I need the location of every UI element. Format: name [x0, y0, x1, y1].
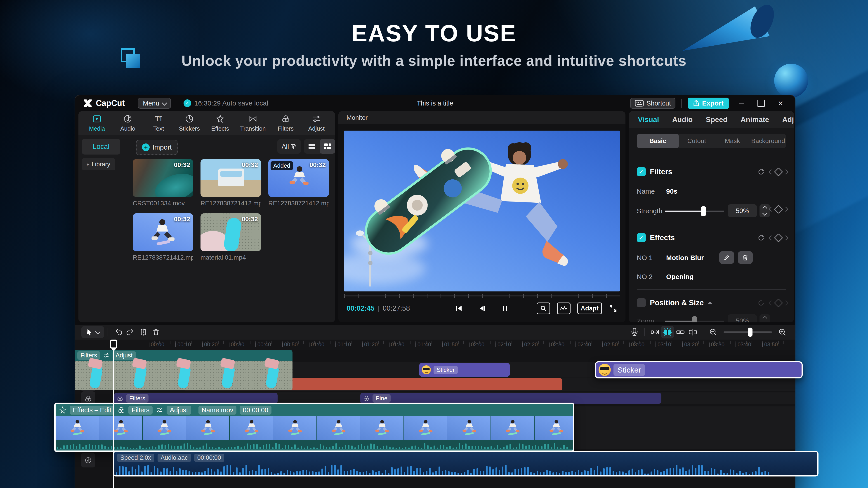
effects-edit-badge[interactable]: Effects – Edit [70, 406, 114, 415]
link-button[interactable] [674, 326, 686, 338]
tab-speed[interactable]: Speed [706, 116, 727, 124]
shortcut-button[interactable]: Shortcut [630, 98, 675, 109]
strength-slider[interactable] [665, 210, 724, 212]
audio-clip[interactable]: Speed 2.0x Audio.aac 00:00:00 [113, 451, 818, 477]
redo-button[interactable] [124, 326, 137, 338]
effect-row-no: NO 1 [637, 254, 653, 262]
menu-label: Menu [143, 100, 159, 107]
zoom-prop-value[interactable]: 50% [728, 314, 757, 322]
minimize-button[interactable]: – [735, 98, 748, 109]
filter-all-button[interactable]: All [277, 139, 301, 154]
segment-cutout[interactable]: Cutout [679, 137, 715, 144]
media-item[interactable]: 00:32 RE127838721412.mp4 [200, 159, 261, 207]
ruler-label: 01:10 [336, 341, 351, 348]
step-up-icon[interactable] [762, 206, 767, 210]
playhead-line[interactable] [113, 342, 114, 488]
zoom-in-button[interactable] [776, 326, 789, 338]
zoom-prop-slider[interactable] [665, 321, 724, 322]
tab-filters[interactable]: Filters [275, 114, 297, 132]
filters-clip[interactable]: Filters [114, 393, 278, 404]
record-voiceover-button[interactable] [628, 326, 641, 338]
media-item[interactable]: Added 00:32 RE127838721412.mp4 [268, 159, 329, 207]
split-button[interactable] [137, 326, 150, 338]
maximize-button[interactable] [754, 98, 768, 109]
adjust-icon [103, 352, 110, 359]
menu-button[interactable]: Menu [138, 98, 171, 109]
scopes-button[interactable] [557, 302, 570, 314]
slider-thumb[interactable] [701, 206, 706, 216]
import-button[interactable]: + Import [136, 140, 178, 155]
media-item[interactable]: 00:32 material 01.mp4 [200, 213, 261, 261]
keyframe-control[interactable] [770, 206, 787, 213]
tab-audio[interactable]: Audio [117, 114, 138, 132]
tab-effects[interactable]: Effects [209, 114, 231, 132]
keyframe-next-icon[interactable] [783, 169, 788, 175]
pause-button[interactable] [501, 304, 509, 313]
adapt-button[interactable]: Adapt [577, 302, 602, 314]
reset-icon[interactable] [757, 234, 765, 242]
step-down-icon[interactable] [762, 211, 767, 216]
timeline-ruler[interactable]: 00:0000:1000:2000:3000:4000:5001:0001:10… [75, 339, 795, 350]
strength-value[interactable]: 50% [728, 204, 757, 217]
segment-background[interactable]: Background [750, 137, 786, 144]
position-checkbox[interactable] [637, 298, 646, 307]
tab-media[interactable]: Media [86, 114, 108, 132]
delete-effect-button[interactable] [738, 251, 753, 264]
video-clip-track[interactable]: Filters Adjust [75, 350, 292, 390]
edit-effect-button[interactable] [719, 251, 734, 264]
split-adjust-button[interactable] [686, 326, 699, 338]
skip-start-button[interactable] [455, 304, 463, 313]
tab-stickers[interactable]: Stickers [179, 114, 200, 132]
playhead-handle[interactable] [110, 339, 117, 350]
magnetic-snap-button[interactable] [649, 326, 661, 338]
preview-axis-button[interactable] [661, 326, 674, 338]
slider-thumb[interactable] [748, 328, 752, 337]
tab-adjust[interactable]: Adjust [306, 114, 327, 132]
timeline-zoom-slider[interactable] [723, 331, 772, 333]
effects-checkbox[interactable]: ✓ [637, 233, 646, 242]
tab-audio-insp[interactable]: Audio [672, 116, 693, 124]
filters-badge[interactable]: Filters [128, 406, 153, 415]
select-tool-button[interactable] [81, 326, 104, 338]
previous-frame-button[interactable] [478, 304, 486, 313]
source-tab-local[interactable]: Local [82, 139, 120, 155]
filters-checkbox[interactable]: ✓ [637, 167, 646, 176]
segment-mask[interactable]: Mask [715, 137, 750, 144]
keyframe-control[interactable] [770, 235, 787, 241]
list-view-button[interactable] [304, 139, 320, 154]
video-frame-thumbnail [230, 416, 273, 440]
sticker-clip[interactable]: Sticker [419, 363, 510, 377]
media-item[interactable]: 00:32 RE127838721412.mp4 [133, 213, 193, 261]
zoom-out-button[interactable] [707, 326, 719, 338]
zoom-prop-stepper[interactable] [760, 314, 770, 322]
selected-video-clip[interactable]: Effects – Edit Filters Adjust Name.mov 0… [54, 402, 574, 452]
tab-visual[interactable]: Visual [638, 116, 659, 124]
media-filename: RE127838721412.mp4 [268, 200, 329, 207]
keyframe-diamond-icon[interactable] [774, 167, 783, 176]
undo-button[interactable] [112, 326, 124, 338]
seek-bar[interactable] [344, 295, 620, 296]
sticker-clip-zoomed[interactable]: Sticker [595, 361, 803, 379]
source-tab-library[interactable]: ▸ Library [82, 158, 115, 170]
tab-text[interactable]: TI Text [148, 114, 169, 132]
grid-view-button[interactable] [320, 139, 335, 154]
media-item[interactable]: 00:32 CRST001334.mov [133, 159, 193, 207]
tab-animate[interactable]: Animate [741, 116, 769, 124]
keyframe-prev-icon[interactable] [769, 169, 774, 175]
delete-button[interactable] [150, 326, 162, 338]
tab-adjust-insp[interactable]: Adjust [782, 116, 794, 124]
keyframe-control[interactable] [770, 169, 787, 175]
tab-transition[interactable]: Transition [240, 114, 266, 132]
fullscreen-button[interactable] [609, 304, 617, 313]
preview-zoom-button[interactable] [537, 302, 550, 314]
reset-icon[interactable] [757, 168, 765, 176]
export-button[interactable]: Export [688, 98, 729, 109]
pine-effect-clip[interactable]: Pine [360, 393, 661, 404]
video-viewer[interactable] [344, 131, 620, 291]
strength-stepper[interactable] [760, 204, 770, 217]
collapse-caret-icon[interactable] [708, 301, 712, 304]
audio-track-icon[interactable] [81, 453, 95, 467]
adjust-badge[interactable]: Adjust [166, 406, 191, 415]
close-button[interactable]: × [774, 98, 787, 109]
segment-basic[interactable]: Basic [637, 134, 679, 148]
